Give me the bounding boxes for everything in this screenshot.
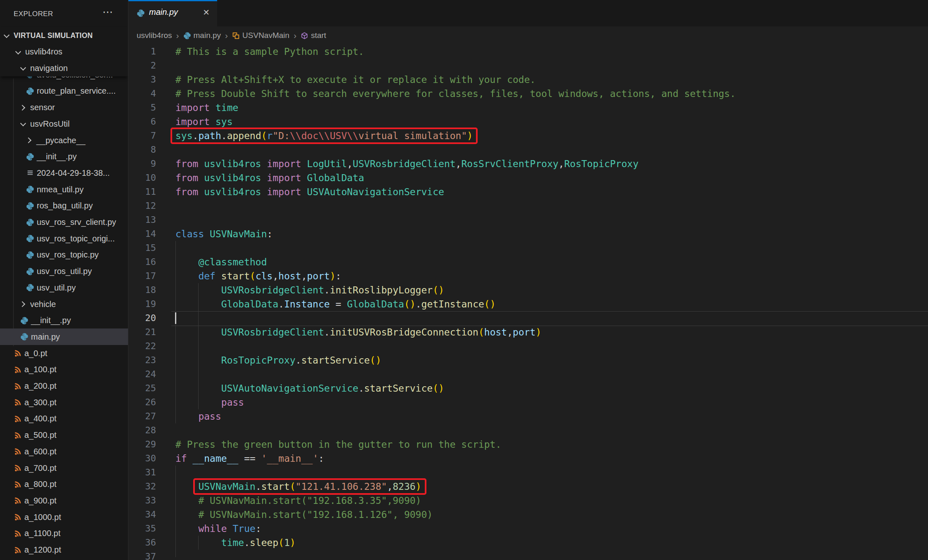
line-number[interactable]: 32: [128, 480, 156, 494]
sidebar-item--init-py[interactable]: __init__.py: [0, 149, 128, 165]
sidebar-folder-navigation[interactable]: navigation: [0, 60, 128, 76]
code-line-26[interactable]: 26 pass: [128, 395, 928, 409]
sidebar-item-a-0-pt[interactable]: a_0.pt: [0, 345, 128, 362]
line-number[interactable]: 2: [128, 59, 156, 73]
line-number[interactable]: 10: [128, 171, 156, 185]
line-number[interactable]: 1: [128, 45, 156, 59]
line-number[interactable]: 36: [128, 536, 156, 550]
sidebar-item-a-100-pt[interactable]: a_100.pt: [0, 362, 128, 378]
sidebar-item-usv-ros-util-py[interactable]: usv_ros_util.py: [0, 263, 128, 280]
line-number[interactable]: 21: [128, 325, 156, 339]
line-number[interactable]: 20: [128, 311, 156, 325]
code-line-15[interactable]: 15: [128, 241, 928, 255]
sidebar-folder-usvlib4ros[interactable]: usvlib4ros: [0, 44, 128, 60]
code-line-30[interactable]: 30if __name__ == '__main__':: [128, 451, 928, 465]
code-editor[interactable]: usvlib4ros›main.py›USVNavMain›start 1# T…: [128, 26, 928, 560]
breadcrumb-item-start[interactable]: start: [301, 31, 326, 40]
line-number[interactable]: 18: [128, 283, 156, 297]
line-number[interactable]: 3: [128, 73, 156, 87]
code-line-16[interactable]: 16 @classmethod: [128, 255, 928, 269]
line-number[interactable]: 15: [128, 241, 156, 255]
close-icon[interactable]: ✕: [203, 7, 210, 17]
code-line-17[interactable]: 17 def start(cls,host,port):: [128, 269, 928, 283]
code-line-20[interactable]: 20: [128, 311, 928, 325]
tab-main-py[interactable]: main.py ✕: [128, 0, 217, 26]
line-number[interactable]: 6: [128, 115, 156, 129]
code-line-27[interactable]: 27 pass: [128, 409, 928, 423]
sidebar-item-ros-bag-util-py[interactable]: ros_bag_util.py: [0, 198, 128, 214]
line-number[interactable]: 24: [128, 367, 156, 381]
code-line-9[interactable]: 9from usvlib4ros import LogUtil,USVRosbr…: [128, 157, 928, 171]
line-number[interactable]: 35: [128, 522, 156, 536]
code-line-5[interactable]: 5import time: [128, 101, 928, 115]
line-number[interactable]: 8: [128, 143, 156, 157]
sidebar-item-main-py[interactable]: main.py: [0, 328, 128, 345]
sidebar-item--init-py[interactable]: __init__.py: [0, 312, 128, 329]
code-line-11[interactable]: 11from usvlib4ros import USVAutoNavigati…: [128, 185, 928, 199]
sidebar-item-a-1200-pt[interactable]: a_1200.pt: [0, 542, 128, 558]
line-number[interactable]: 31: [128, 465, 156, 480]
sidebar-item-a-200-pt[interactable]: a_200.pt: [0, 378, 128, 395]
line-number[interactable]: 12: [128, 199, 156, 213]
code-line-22[interactable]: 22: [128, 339, 928, 353]
code-line-36[interactable]: 36 time.sleep(1): [128, 536, 928, 550]
line-number[interactable]: 9: [128, 157, 156, 171]
line-number[interactable]: 16: [128, 255, 156, 269]
sidebar-folder-usvrosutil[interactable]: usvRosUtil: [0, 116, 128, 132]
line-number[interactable]: 17: [128, 269, 156, 283]
code-line-29[interactable]: 29# Press the green button in the gutter…: [128, 437, 928, 451]
code-line-13[interactable]: 13: [128, 213, 928, 227]
sidebar-item-a-800-pt[interactable]: a_800.pt: [0, 476, 128, 493]
sidebar-item-a-400-pt[interactable]: a_400.pt: [0, 411, 128, 427]
breadcrumb-item-usvnavmain[interactable]: USVNavMain: [232, 31, 289, 40]
line-number[interactable]: 28: [128, 423, 156, 437]
line-number[interactable]: 33: [128, 494, 156, 508]
code-line-19[interactable]: 19 GlobalData.Instance = GlobalData().ge…: [128, 297, 928, 311]
sidebar-item-usv-ros-topic-origi-[interactable]: usv_ros_topic_origi...: [0, 230, 128, 247]
code-line-25[interactable]: 25 USVAutoNavigationService.startService…: [128, 381, 928, 395]
sidebar-item-route-plan-service-[interactable]: route_plan_service....: [0, 83, 128, 99]
line-number[interactable]: 30: [128, 451, 156, 465]
sidebar-item-a-900-pt[interactable]: a_900.pt: [0, 492, 128, 509]
code-line-28[interactable]: 28: [128, 423, 928, 437]
code-line-6[interactable]: 6import sys: [128, 115, 928, 129]
breadcrumb-item-main-py[interactable]: main.py: [183, 31, 221, 40]
code-line-2[interactable]: 2: [128, 59, 928, 73]
line-number[interactable]: 37: [128, 550, 156, 560]
line-number[interactable]: 26: [128, 395, 156, 409]
sidebar-folder-virtual-simulation[interactable]: VIRTUAL SIMULATION: [0, 27, 128, 44]
sidebar-item-a-700-pt[interactable]: a_700.pt: [0, 460, 128, 476]
line-number[interactable]: 4: [128, 87, 156, 101]
code-line-35[interactable]: 35 while True:: [128, 522, 928, 536]
line-number[interactable]: 25: [128, 381, 156, 395]
sidebar-item-a-1100-pt[interactable]: a_1100.pt: [0, 525, 128, 542]
code-line-8[interactable]: 8: [128, 143, 928, 157]
code-line-10[interactable]: 10from usvlib4ros import GlobalData: [128, 171, 928, 185]
sidebar-item-usv-util-py[interactable]: usv_util.py: [0, 279, 128, 296]
code-line-21[interactable]: 21 USVRosbridgeClient.initUSVRosBridgeCo…: [128, 325, 928, 339]
code-line-37[interactable]: 37: [128, 550, 928, 560]
code-line-33[interactable]: 33 # USVNavMain.start("192.168.3.35",909…: [128, 494, 928, 508]
line-number[interactable]: 14: [128, 227, 156, 241]
code-line-1[interactable]: 1# This is a sample Python script.: [128, 45, 928, 59]
line-number[interactable]: 27: [128, 409, 156, 423]
sidebar-item-nmea-util-py[interactable]: nmea_util.py: [0, 181, 128, 198]
code-line-14[interactable]: 14class USVNavMain:: [128, 227, 928, 241]
line-number[interactable]: 29: [128, 437, 156, 451]
line-number[interactable]: 5: [128, 101, 156, 115]
line-number[interactable]: 7: [128, 129, 156, 143]
sidebar-folder-sensor[interactable]: sensor: [0, 99, 128, 116]
code-line-31[interactable]: 31: [128, 465, 928, 480]
sidebar-item-usv-ros-srv-client-py[interactable]: usv_ros_srv_client.py: [0, 214, 128, 231]
code-line-34[interactable]: 34 # USVNavMain.start("192.168.1.126", 9…: [128, 508, 928, 522]
sidebar-item-a-500-pt[interactable]: a_500.pt: [0, 427, 128, 444]
line-number[interactable]: 19: [128, 297, 156, 311]
sidebar-item-a-600-pt[interactable]: a_600.pt: [0, 443, 128, 460]
line-number[interactable]: 34: [128, 508, 156, 522]
sidebar-folder-vehicle[interactable]: vehicle: [0, 296, 128, 312]
code-line-3[interactable]: 3# Press Alt+Shift+X to execute it or re…: [128, 73, 928, 87]
sidebar-folder--pycache-[interactable]: __pycache__: [0, 132, 128, 149]
more-actions-icon[interactable]: ⋯: [102, 6, 113, 19]
sidebar-item-a-300-pt[interactable]: a_300.pt: [0, 394, 128, 411]
line-number[interactable]: 23: [128, 353, 156, 367]
